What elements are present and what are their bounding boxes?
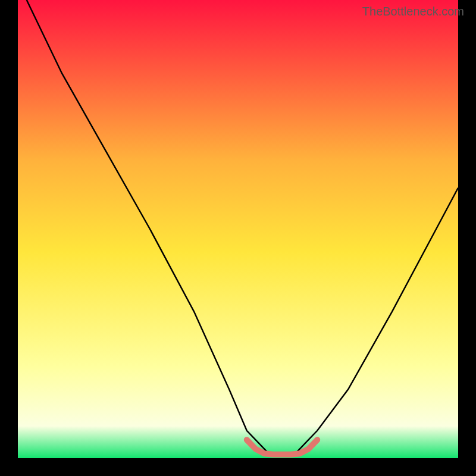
watermark-text: TheBottleneck.com xyxy=(362,5,464,18)
bottleneck-curve xyxy=(18,0,458,458)
chart-area xyxy=(18,0,458,458)
curve-line xyxy=(27,0,458,456)
